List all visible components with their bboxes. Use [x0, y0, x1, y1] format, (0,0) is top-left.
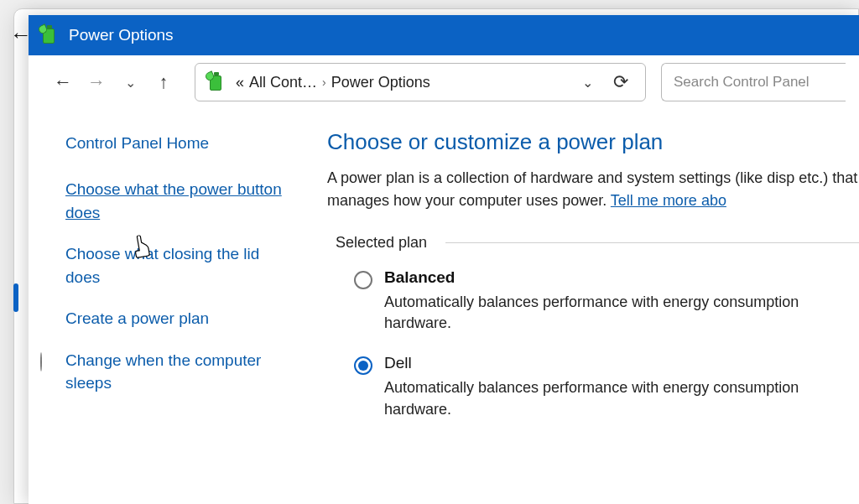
chevron-right-icon: › [322, 75, 326, 89]
nav-back-button[interactable]: ← [49, 68, 77, 96]
plan-name: Dell [384, 354, 859, 372]
moon-icon [40, 351, 59, 369]
breadcrumb: « All Cont… › Power Options [236, 74, 567, 91]
power-options-window: Power Options ← → ⌄ ↑ « All Cont [29, 15, 859, 504]
accent-bar [13, 283, 18, 312]
toolbar: ← → ⌄ ↑ « All Cont… › Power Options [29, 55, 859, 109]
window-title: Power Options [69, 26, 174, 44]
sidebar-home-link[interactable]: Control Panel Home [65, 134, 287, 153]
plan-description: Automatically balances performance with … [384, 377, 859, 419]
chevron-down-icon: ⌄ [582, 75, 593, 90]
content-area: Control Panel Home Choose what the power… [29, 109, 859, 504]
search-bar[interactable] [661, 63, 846, 101]
group-divider [445, 242, 859, 243]
plan-balanced[interactable]: Balanced Automatically balances performa… [354, 268, 859, 334]
group-legend: Selected plan [336, 234, 437, 252]
page-description: A power plan is a collection of hardware… [327, 167, 859, 212]
plan-dell[interactable]: Dell Automatically balances performance … [354, 354, 859, 419]
nav-up-button[interactable]: ↑ [149, 68, 178, 96]
sidebar-link-label: Choose what closing the lid does [65, 245, 259, 286]
sidebar-link-label: Change when the computer sleeps [65, 351, 261, 392]
learn-more-link[interactable]: Tell me more abo [611, 192, 726, 209]
sidebar-link-closing-lid[interactable]: Choose what closing the lid does [65, 242, 287, 288]
sidebar-link-create-plan[interactable]: Create a power plan [65, 307, 287, 330]
breadcrumb-prefix: « [236, 74, 244, 91]
nav-history-dropdown[interactable]: ⌄ [116, 68, 144, 96]
refresh-button[interactable]: ⟳ [608, 71, 633, 93]
radio-button[interactable] [354, 356, 372, 375]
chevron-down-icon: ⌄ [125, 75, 136, 91]
nav-forward-button[interactable]: → [82, 68, 111, 96]
refresh-icon: ⟳ [613, 71, 628, 92]
os-back-arrow[interactable]: ← [10, 23, 32, 45]
plan-description: Automatically balances performance with … [384, 292, 859, 334]
sidebar-link-change-sleep[interactable]: Change when the computer sleeps [65, 349, 287, 395]
sidebar-link-label: Choose what the power button does [65, 180, 282, 221]
arrow-left-icon: ← [54, 71, 72, 93]
description-text: A power plan is a collection of hardware… [327, 169, 857, 209]
battery-icon [40, 25, 59, 45]
address-bar[interactable]: « All Cont… › Power Options ⌄ ⟳ [195, 63, 646, 101]
sidebar: Control Panel Home Choose what the power… [29, 109, 307, 504]
arrow-up-icon: ↑ [159, 71, 169, 93]
address-dropdown[interactable]: ⌄ [575, 75, 600, 91]
control-panel-icon [207, 72, 227, 92]
sidebar-link-power-button[interactable]: Choose what the power button does [65, 178, 287, 224]
radio-button[interactable] [354, 271, 372, 289]
titlebar: Power Options [29, 15, 859, 55]
main-panel: Choose or customize a power plan A power… [307, 109, 859, 504]
plan-body: Balanced Automatically balances performa… [384, 268, 859, 334]
plan-name: Balanced [384, 268, 859, 287]
selected-plan-group: Selected plan Balanced Automatically bal… [336, 234, 859, 420]
breadcrumb-segment[interactable]: Power Options [331, 74, 430, 91]
group-header: Selected plan [336, 234, 859, 252]
page-heading: Choose or customize a power plan [327, 129, 859, 155]
sidebar-link-label: Create a power plan [65, 309, 209, 327]
search-input[interactable] [674, 74, 834, 91]
breadcrumb-segment[interactable]: All Cont… [249, 74, 317, 91]
plan-body: Dell Automatically balances performance … [384, 354, 859, 419]
arrow-right-icon: → [87, 71, 106, 93]
